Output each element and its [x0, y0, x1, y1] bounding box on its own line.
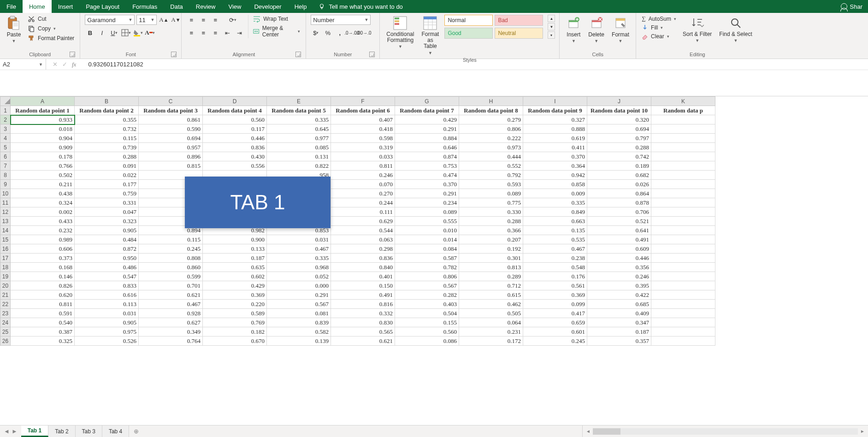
styles-more[interactable]: ▾: [548, 31, 555, 39]
cell-G8[interactable]: 0.474: [395, 171, 459, 180]
cell-I3[interactable]: 0.888: [523, 124, 587, 134]
cell-I26[interactable]: 0.245: [523, 337, 587, 346]
cell-D24[interactable]: 0.769: [203, 318, 267, 327]
cell-G2[interactable]: 0.429: [395, 115, 459, 124]
cell-F6[interactable]: 0.033: [331, 152, 395, 161]
cell-H3[interactable]: 0.806: [459, 124, 523, 134]
cell-B7[interactable]: 0.091: [75, 161, 139, 171]
cell-I6[interactable]: 0.370: [523, 152, 587, 161]
cell-B23[interactable]: 0.031: [75, 309, 139, 318]
cell-J17[interactable]: 0.446: [587, 254, 651, 263]
cell-F13[interactable]: 0.629: [331, 217, 395, 226]
menu-page-layout[interactable]: Page Layout: [79, 0, 126, 13]
delete-cells-button[interactable]: Delete▼: [586, 15, 606, 44]
cell-G10[interactable]: 0.291: [395, 189, 459, 198]
cell-I22[interactable]: 0.099: [523, 300, 587, 309]
cell-G3[interactable]: 0.291: [395, 124, 459, 134]
col-header-F[interactable]: F: [331, 97, 395, 106]
cell-K4[interactable]: [651, 134, 715, 143]
cell-K11[interactable]: [651, 198, 715, 207]
cell-A8[interactable]: 0.502: [11, 171, 75, 180]
clear-button[interactable]: Clear▾: [641, 33, 677, 40]
cell-E16[interactable]: 0.467: [267, 244, 331, 254]
cell-C16[interactable]: 0.245: [139, 244, 203, 254]
cell-J4[interactable]: 0.797: [587, 134, 651, 143]
cell-A6[interactable]: 0.178: [11, 152, 75, 161]
cell-I15[interactable]: 0.535: [523, 235, 587, 244]
border-button[interactable]: ▾: [121, 28, 131, 38]
cell-C6[interactable]: 0.896: [139, 152, 203, 161]
cell-I21[interactable]: 0.369: [523, 290, 587, 300]
cell-C17[interactable]: 0.808: [139, 254, 203, 263]
cell-F8[interactable]: 0.246: [331, 171, 395, 180]
header-cell[interactable]: Random data point 9: [523, 106, 587, 115]
cell-H19[interactable]: 0.289: [459, 272, 523, 281]
cell-E17[interactable]: 0.335: [267, 254, 331, 263]
row-header-1[interactable]: 1: [0, 106, 11, 115]
cell-D15[interactable]: 0.900: [203, 235, 267, 244]
fill-color-button[interactable]: ▾: [133, 28, 143, 38]
row-header-20[interactable]: 20: [0, 281, 11, 290]
cell-C23[interactable]: 0.928: [139, 309, 203, 318]
cell-B19[interactable]: 0.547: [75, 272, 139, 281]
cell-G26[interactable]: 0.086: [395, 337, 459, 346]
cell-K12[interactable]: [651, 207, 715, 217]
cell-A25[interactable]: 0.387: [11, 327, 75, 337]
cell-A17[interactable]: 0.373: [11, 254, 75, 263]
spreadsheet-grid[interactable]: ABCDEFGHIJK1Random data point 1Random da…: [0, 96, 868, 422]
cell-I4[interactable]: 0.619: [523, 134, 587, 143]
number-format-select[interactable]: Number▼: [311, 15, 371, 25]
cell-I23[interactable]: 0.417: [523, 309, 587, 318]
cell-B4[interactable]: 0.115: [75, 134, 139, 143]
cell-B24[interactable]: 0.905: [75, 318, 139, 327]
cell-A10[interactable]: 0.438: [11, 189, 75, 198]
cell-F10[interactable]: 0.270: [331, 189, 395, 198]
cell-E3[interactable]: 0.645: [267, 124, 331, 134]
col-header-I[interactable]: I: [523, 97, 587, 106]
cell-G19[interactable]: 0.806: [395, 272, 459, 281]
cell-G18[interactable]: 0.782: [395, 263, 459, 272]
cell-H10[interactable]: 0.089: [459, 189, 523, 198]
menu-file[interactable]: File: [0, 0, 23, 13]
cell-F11[interactable]: 0.244: [331, 198, 395, 207]
cell-C19[interactable]: 0.599: [139, 272, 203, 281]
cell-E15[interactable]: 0.031: [267, 235, 331, 244]
row-header-6[interactable]: 6: [0, 152, 11, 161]
cell-G4[interactable]: 0.884: [395, 134, 459, 143]
cell-H11[interactable]: 0.775: [459, 198, 523, 207]
cell-J5[interactable]: 0.288: [587, 143, 651, 152]
styles-scroll-up[interactable]: ▲: [548, 15, 555, 22]
italic-button[interactable]: I: [97, 28, 107, 38]
cell-G24[interactable]: 0.155: [395, 318, 459, 327]
cell-K7[interactable]: [651, 161, 715, 171]
cell-C20[interactable]: 0.701: [139, 281, 203, 290]
row-header-24[interactable]: 24: [0, 318, 11, 327]
menu-home[interactable]: Home: [23, 0, 52, 13]
cell-I13[interactable]: 0.663: [523, 217, 587, 226]
row-header-18[interactable]: 18: [0, 263, 11, 272]
cell-I14[interactable]: 0.135: [523, 226, 587, 235]
select-all-corner[interactable]: [0, 97, 11, 106]
cell-K10[interactable]: [651, 189, 715, 198]
cell-F4[interactable]: 0.598: [331, 134, 395, 143]
cell-K17[interactable]: [651, 254, 715, 263]
cell-C7[interactable]: 0.815: [139, 161, 203, 171]
cell-B13[interactable]: 0.323: [75, 217, 139, 226]
cell-J21[interactable]: 0.422: [587, 290, 651, 300]
cell-E5[interactable]: 0.085: [267, 143, 331, 152]
cell-D4[interactable]: 0.446: [203, 134, 267, 143]
cell-D26[interactable]: 0.670: [203, 337, 267, 346]
header-cell[interactable]: Random data p: [651, 106, 715, 115]
row-header-4[interactable]: 4: [0, 134, 11, 143]
cell-J11[interactable]: 0.878: [587, 198, 651, 207]
merge-center-button[interactable]: Merge & Center▾: [252, 24, 301, 38]
decrease-font-button[interactable]: A▼: [171, 15, 181, 25]
cell-K24[interactable]: [651, 318, 715, 327]
cell-I11[interactable]: 0.335: [523, 198, 587, 207]
cell-B17[interactable]: 0.950: [75, 254, 139, 263]
cell-H6[interactable]: 0.444: [459, 152, 523, 161]
fill-button[interactable]: Fill▾: [641, 24, 677, 31]
cell-J19[interactable]: 0.246: [587, 272, 651, 281]
row-header-3[interactable]: 3: [0, 124, 11, 134]
cell-F5[interactable]: 0.319: [331, 143, 395, 152]
